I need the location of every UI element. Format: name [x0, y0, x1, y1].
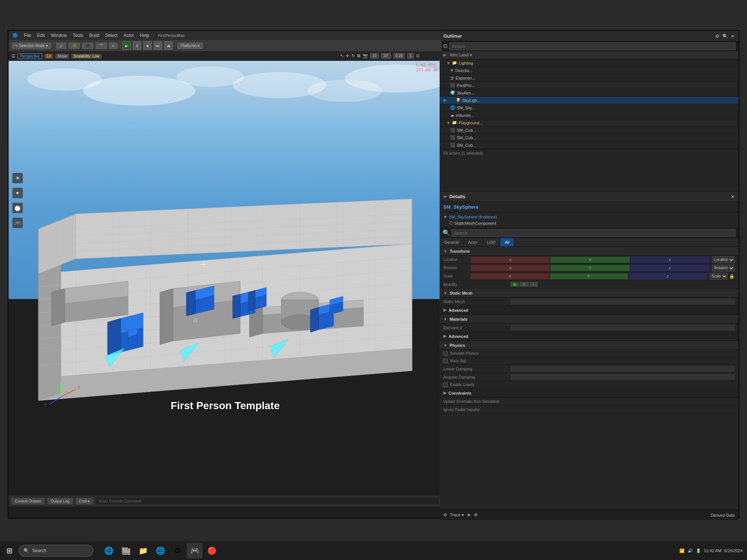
content-drawer-btn[interactable]: Content Drawer [12, 498, 44, 504]
advanced-section-1-header[interactable]: ▶ Advanced [440, 306, 738, 315]
tab-lod[interactable]: LOD [483, 238, 500, 246]
scale-x[interactable]: X [471, 273, 549, 279]
menu-build[interactable]: Build [89, 33, 99, 38]
simulate-checkbox[interactable] [443, 351, 448, 356]
rot-y[interactable]: Y [551, 265, 629, 271]
loc-y[interactable]: Y [551, 257, 629, 263]
outliner-exponential-item[interactable]: 🌫 Exponen... [440, 74, 738, 82]
mode-btn-5[interactable]: ≡ [109, 43, 118, 49]
tab-general[interactable]: General [440, 238, 464, 246]
scale-y[interactable]: Y [550, 273, 628, 279]
loc-x[interactable]: X [471, 257, 550, 263]
cursor-icon[interactable]: ↖ [340, 53, 344, 58]
camera-icon[interactable]: 📷 [363, 53, 368, 58]
gravity-checkbox[interactable] [443, 383, 448, 387]
eye-icon2[interactable]: 👁 [467, 513, 471, 517]
element0-value[interactable] [511, 325, 735, 331]
angular-damping-value[interactable] [511, 374, 735, 380]
scalability-badge[interactable]: Scalability: Low [71, 54, 102, 59]
outliner-directional-item[interactable]: ☀ Directio... [440, 67, 738, 74]
rot-x[interactable]: X [471, 265, 550, 271]
details-search-input[interactable] [452, 229, 735, 237]
advanced-section-2-header[interactable]: ▶ Advanced [440, 332, 738, 341]
constraints-section-header[interactable]: ▶ Constraints [440, 389, 738, 398]
filter-icon[interactable]: ⚙ [715, 34, 719, 39]
selection-mode-btn[interactable]: ↖ Selection Mode ▾ [12, 43, 51, 49]
search-icon[interactable]: 🔍 [722, 34, 728, 39]
show-badge[interactable]: Show [55, 54, 69, 59]
character-icon[interactable]: 🎮 [12, 218, 23, 228]
rotation-dropdown[interactable]: Rotation [712, 265, 735, 271]
taskbar-app-red[interactable]: 🔴 [204, 543, 220, 559]
cmd-btn[interactable]: Cmd ▾ [76, 498, 93, 504]
platforms-btn[interactable]: Platforms ▾ [177, 43, 203, 49]
details-close-icon[interactable]: ✕ [731, 194, 735, 199]
outliner-skyatmosphere-item[interactable]: 🌍 SkyAtm... [440, 89, 738, 97]
lit-badge[interactable]: Lit [44, 54, 53, 59]
taskbar-app-widgets[interactable]: 🌐 [101, 543, 117, 559]
taskbar-app-explorer[interactable]: 📁 [135, 543, 151, 559]
outliner-volumetric-item[interactable]: ☁ Volumet... [440, 112, 738, 119]
play-btn[interactable]: ▶ [123, 41, 131, 50]
tab-all[interactable]: All [500, 238, 514, 246]
trace-label[interactable]: Trace ▾ [450, 513, 464, 517]
viewport-3d[interactable]: X Z Y 5.92 FPS 171.04 ms First Person Te… [9, 61, 442, 494]
mode-btn-1[interactable]: 🖊 [56, 43, 66, 49]
static-btn[interactable]: ● [511, 282, 519, 287]
static-mesh-section-header[interactable]: ▼ Static Mesh [440, 289, 738, 298]
pause-btn[interactable]: ⏸ [133, 41, 141, 50]
output-log-btn[interactable]: Output Log [47, 498, 72, 504]
outliner-lighting-folder[interactable]: ▼ 📁 Lighting [440, 59, 738, 67]
tab-actor[interactable]: Actor [464, 238, 483, 246]
menu-edit[interactable]: Edit [37, 33, 45, 38]
instance-label[interactable]: ▼ SM_SkySphere (Instance) [443, 214, 735, 220]
hamburger-icon[interactable]: ☰ [12, 54, 15, 59]
materials-section-header[interactable]: ▼ Materials [440, 315, 738, 324]
rot-z[interactable]: Z [630, 265, 709, 271]
console-input[interactable]: Enter Console Command [96, 498, 439, 504]
rotate-icon[interactable]: ↻ [351, 53, 355, 58]
scale-z[interactable]: Z [629, 273, 707, 279]
mode-btn-2[interactable]: 🌿 [69, 43, 80, 49]
scale-icon[interactable]: ⊠ [357, 53, 360, 58]
outliner-smcube1-item[interactable]: ⬛ SM_Cub... [440, 127, 738, 134]
unreal-logo[interactable]: 🔵 [12, 33, 18, 38]
scale-dropdown[interactable]: Scale [710, 273, 728, 280]
derived-data-label[interactable]: Derived Data [711, 513, 735, 517]
outliner-smcube2-item[interactable]: ⬛ SM_Cub... [440, 134, 738, 141]
mode-btn-3[interactable]: ⬛ [82, 43, 93, 49]
maximize-icon[interactable]: ⊡ [416, 53, 419, 58]
stop-btn[interactable]: ■ [143, 41, 152, 50]
taskbar-app-settings[interactable]: ⚙ [170, 543, 185, 559]
loc-z[interactable]: Z [630, 257, 709, 263]
lock-icon[interactable]: 🔒 [729, 274, 735, 279]
taskbar-app-unreal[interactable]: 🎮 [187, 543, 202, 559]
static-mesh-value[interactable] [511, 299, 735, 305]
outliner-postprocess-item[interactable]: ⬛ PostPro... [440, 82, 738, 89]
sun-icon[interactable]: ☀ [12, 173, 23, 183]
transform-section-header[interactable]: ▼ Transform [440, 247, 738, 256]
physics-section-header[interactable]: ▼ Physics [440, 341, 738, 350]
outliner-playground-folder[interactable]: ▼ 📁 Playground... [440, 119, 738, 127]
menu-tools[interactable]: Tools [73, 33, 83, 38]
outliner-skylight-item[interactable]: 👁 💡 SkyLigh... [440, 97, 738, 104]
menu-help[interactable]: Help [140, 33, 149, 38]
mass-checkbox[interactable] [443, 359, 448, 363]
outliner-search-input[interactable] [449, 43, 735, 50]
taskbar-app-chrome[interactable]: 🌐 [152, 543, 168, 559]
menu-file[interactable]: File [24, 33, 31, 38]
eject-btn[interactable]: ⏏ [164, 41, 173, 50]
settings-icon[interactable]: ⚙ [474, 513, 478, 517]
static-mesh-component[interactable]: ⬡ StaticMeshComponent [443, 220, 735, 226]
stationary-btn[interactable]: ◎ [520, 282, 529, 287]
menu-select[interactable]: Select [105, 33, 117, 38]
location-dropdown[interactable]: Location [712, 256, 735, 263]
outliner-smcube3-item[interactable]: ⬛ SM_Cub... [440, 141, 738, 149]
windows-start-btn[interactable]: ⊞ [0, 541, 19, 560]
translate-icon[interactable]: ✛ [346, 53, 349, 58]
sparkle-icon[interactable]: ✦ [12, 188, 23, 198]
outliner-skysky-item[interactable]: 🌐 SM_Sky... [440, 104, 738, 112]
taskbar-search-box[interactable]: 🔍 Search [19, 545, 93, 557]
close-icon[interactable]: ✕ [731, 34, 735, 39]
sphere-icon[interactable]: ⬤ [12, 203, 23, 213]
